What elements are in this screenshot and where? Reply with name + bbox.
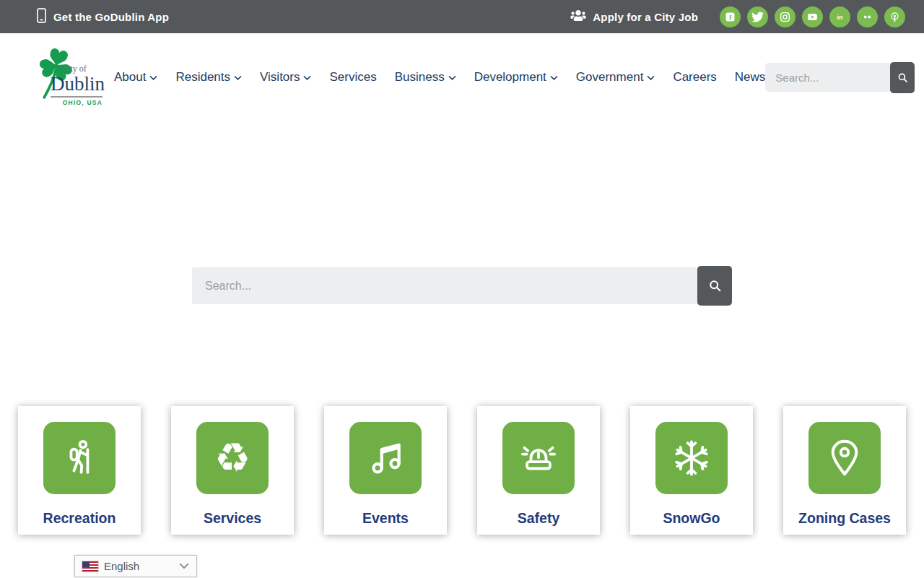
snowflake-icon xyxy=(655,422,728,494)
nav-label: Development xyxy=(474,70,546,85)
hero-search-input[interactable] xyxy=(192,267,699,304)
card-zoning-cases[interactable]: Zoning Cases xyxy=(783,406,906,535)
nav-item-services[interactable]: Services xyxy=(329,70,376,85)
city-of-dublin-logo[interactable]: City of Dublin OHIO, USA xyxy=(36,46,103,108)
chevron-down-icon xyxy=(303,75,311,81)
godublin-app-label: Get the GoDublin App xyxy=(53,11,169,23)
hiker-icon xyxy=(43,422,116,494)
card-label: Zoning Cases xyxy=(798,510,891,527)
flickr-icon[interactable] xyxy=(857,7,878,27)
nav-label: Careers xyxy=(673,70,716,85)
card-snowgo[interactable]: SnowGo xyxy=(630,406,753,535)
us-flag-icon xyxy=(82,561,98,571)
instagram-icon[interactable] xyxy=(775,7,796,27)
card-services[interactable]: ♻ Services xyxy=(171,406,294,535)
godublin-app-link[interactable]: Get the GoDublin App xyxy=(36,7,169,26)
music-note-icon xyxy=(349,422,422,494)
twitter-icon[interactable] xyxy=(747,7,768,27)
search-icon xyxy=(707,278,723,293)
podcast-icon[interactable] xyxy=(884,7,905,27)
card-label: Recreation xyxy=(43,510,116,527)
nav-label: About xyxy=(114,70,146,85)
nav-item-business[interactable]: Business xyxy=(395,70,456,85)
linkedin-icon[interactable]: in xyxy=(829,7,850,27)
card-label: Events xyxy=(362,510,409,527)
nav-label: Services xyxy=(329,70,376,85)
chevron-down-icon xyxy=(550,75,558,81)
chevron-down-icon xyxy=(149,75,157,81)
svg-text:in: in xyxy=(837,13,843,20)
card-events[interactable]: Events xyxy=(324,406,447,535)
nav-item-residents[interactable]: Residents xyxy=(175,70,242,85)
quick-links-row: Recreation ♻ Services Events xyxy=(0,406,924,535)
nav-label: Residents xyxy=(175,70,230,85)
chevron-down-icon xyxy=(234,75,242,81)
logo-dublin: Dublin xyxy=(51,74,103,98)
main-nav: About Residents Visitors Services Busine… xyxy=(114,70,765,85)
search-icon xyxy=(897,72,909,84)
facebook-icon[interactable]: f xyxy=(720,7,741,27)
hero-search xyxy=(192,266,732,306)
nav-label: Government xyxy=(576,70,644,85)
card-recreation[interactable]: Recreation xyxy=(18,406,141,535)
nav-label: Visitors xyxy=(260,70,300,85)
nav-item-about[interactable]: About xyxy=(114,70,157,85)
card-label: Safety xyxy=(518,510,560,527)
mobile-phone-icon xyxy=(36,7,47,26)
recycle-icon: ♻ xyxy=(196,422,269,494)
topbar: Get the GoDublin App Apply for a City Jo… xyxy=(0,0,924,33)
social-links: f in xyxy=(720,7,905,27)
nav-item-careers[interactable]: Careers xyxy=(673,70,716,85)
chevron-down-icon xyxy=(647,75,655,81)
logo-tagline: OHIO, USA xyxy=(51,99,103,106)
header-search xyxy=(765,62,915,93)
card-safety[interactable]: Safety xyxy=(477,406,600,535)
apply-city-job-link[interactable]: Apply for a City Job xyxy=(570,9,698,24)
header-search-button[interactable] xyxy=(890,62,915,93)
chevron-down-icon xyxy=(448,75,456,81)
logo-text: City of Dublin OHIO, USA xyxy=(51,64,103,106)
chevron-down-icon xyxy=(179,563,189,569)
users-icon xyxy=(570,9,586,24)
language-selector[interactable]: English xyxy=(74,555,197,577)
language-selected: English xyxy=(104,560,139,572)
siren-icon xyxy=(502,422,575,494)
youtube-icon[interactable] xyxy=(802,7,823,27)
nav-item-development[interactable]: Development xyxy=(474,70,558,85)
header-search-input[interactable] xyxy=(765,63,892,92)
nav-item-news[interactable]: News xyxy=(735,70,766,85)
nav-item-visitors[interactable]: Visitors xyxy=(260,70,311,85)
nav-label: News xyxy=(735,70,766,85)
apply-city-job-label: Apply for a City Job xyxy=(593,11,698,23)
map-pin-icon xyxy=(808,422,881,494)
hero-search-button[interactable] xyxy=(697,266,732,306)
card-label: Services xyxy=(204,510,261,527)
nav-label: Business xyxy=(395,70,445,85)
site-header: City of Dublin OHIO, USA About Residents… xyxy=(0,33,924,121)
nav-item-government[interactable]: Government xyxy=(576,70,655,85)
card-label: SnowGo xyxy=(663,510,720,527)
